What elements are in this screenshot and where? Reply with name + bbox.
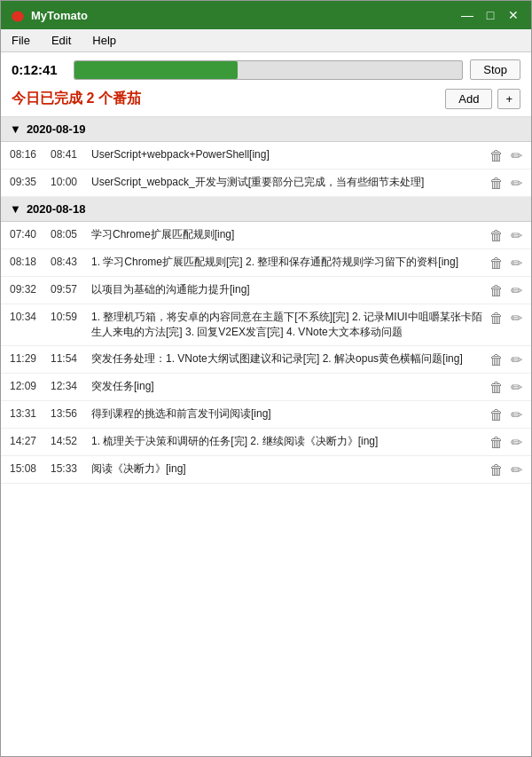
time-start-1-6: 13:31 — [10, 406, 45, 420]
date-header-0[interactable]: ▼2020-08-19 — [1, 117, 531, 142]
table-row: 10:34 10:59 1. 整理机巧箱，将安卓的内容同意在主题下[不系统][完… — [1, 304, 531, 346]
maximize-button[interactable]: □ — [481, 6, 499, 24]
time-end-0-0: 08:41 — [51, 147, 86, 161]
table-row: 15:08 15:33 阅读《决断力》[ing] 🗑 ✏ — [1, 456, 531, 484]
action-icons-0-1: 🗑 ✏ — [489, 175, 522, 191]
status-text: 今日已完成 2 个番茄 — [12, 90, 141, 108]
delete-button-0-0[interactable]: 🗑 — [489, 149, 504, 163]
svg-point-0 — [12, 12, 24, 22]
time-end-1-7: 14:52 — [51, 434, 86, 447]
toolbar: 0:12:41 Stop — [1, 52, 531, 87]
table-row: 14:27 14:52 1. 梳理关于决策和调研的任务[完] 2. 继续阅读《决… — [1, 429, 531, 456]
record-desc-1-7: 1. 梳理关于决策和调研的任务[完] 2. 继续阅读《决断力》[ing] — [91, 434, 484, 449]
table-row: 09:32 09:57 以项目为基础的沟通能力提升[ing] 🗑 ✏ — [1, 277, 531, 304]
delete-button-1-8[interactable]: 🗑 — [489, 463, 504, 477]
edit-button-0-1[interactable]: ✏ — [511, 177, 522, 191]
edit-button-1-3[interactable]: ✏ — [511, 311, 522, 326]
record-desc-1-3: 1. 整理机巧箱，将安卓的内容同意在主题下[不系统][完] 2. 记录MIUI中… — [91, 310, 484, 340]
time-start-1-5: 12:09 — [10, 379, 45, 392]
title-text: MyTomato — [31, 9, 88, 22]
delete-button-0-1[interactable]: 🗑 — [489, 177, 504, 191]
record-desc-1-2: 以项目为基础的沟通能力提升[ing] — [91, 282, 484, 297]
main-window: MyTomato — □ ✕ File Edit Help 0:12:41 St… — [0, 0, 532, 757]
action-icons-1-8: 🗑 ✏ — [489, 461, 522, 477]
time-end-0-1: 10:00 — [51, 175, 86, 188]
edit-button-1-8[interactable]: ✏ — [511, 463, 522, 477]
delete-button-1-7[interactable]: 🗑 — [489, 436, 504, 450]
table-row: 07:40 08:05 学习Chrome扩展匹配规则[ing] 🗑 ✏ — [1, 222, 531, 249]
menu-edit[interactable]: Edit — [48, 32, 74, 49]
minimize-button[interactable]: — — [458, 6, 476, 24]
time-end-1-8: 15:33 — [51, 461, 86, 475]
plus-button[interactable]: + — [497, 89, 520, 109]
time-start-1-2: 09:32 — [10, 282, 45, 296]
table-row: 12:09 12:34 突发任务[ing] 🗑 ✏ — [1, 374, 531, 401]
add-button[interactable]: Add — [445, 89, 492, 109]
time-start-1-0: 07:40 — [10, 227, 45, 241]
stop-button[interactable]: Stop — [470, 59, 520, 80]
action-icons-1-1: 🗑 ✏ — [489, 255, 522, 271]
edit-button-0-0[interactable]: ✏ — [511, 149, 522, 163]
table-row: 09:35 10:00 UserScript_webpack_开发与测试[重要部… — [1, 170, 531, 197]
delete-button-1-3[interactable]: 🗑 — [489, 311, 504, 326]
menu-file[interactable]: File — [8, 32, 34, 49]
edit-button-1-4[interactable]: ✏ — [511, 353, 522, 367]
list-container[interactable]: ▼2020-08-19 08:16 08:41 UserScript+webpa… — [1, 116, 531, 756]
record-desc-1-0: 学习Chrome扩展匹配规则[ing] — [91, 227, 484, 242]
table-row: 13:31 13:56 得到课程的挑选和前言发刊词阅读[ing] 🗑 ✏ — [1, 401, 531, 429]
action-icons-1-2: 🗑 ✏ — [489, 282, 522, 298]
delete-button-1-2[interactable]: 🗑 — [489, 284, 504, 298]
record-desc-1-1: 1. 学习Chrome扩展匹配规则[完] 2. 整理和保存通配符规则学习留下的资… — [91, 255, 484, 270]
date-group-0: ▼2020-08-19 08:16 08:41 UserScript+webpa… — [1, 117, 531, 197]
record-desc-1-5: 突发任务[ing] — [91, 379, 484, 394]
delete-button-1-4[interactable]: 🗑 — [489, 353, 504, 367]
time-start-1-4: 11:29 — [10, 351, 45, 365]
delete-button-1-0[interactable]: 🗑 — [489, 229, 504, 243]
time-display: 0:12:41 — [12, 62, 66, 77]
edit-button-1-6[interactable]: ✏ — [511, 408, 522, 422]
time-start-1-1: 08:18 — [10, 255, 45, 268]
time-end-1-2: 09:57 — [51, 282, 86, 296]
table-row: 11:29 11:54 突发任务处理：1. VNote大纲试图建议和记录[完] … — [1, 346, 531, 374]
date-header-1[interactable]: ▼2020-08-18 — [1, 197, 531, 222]
close-button[interactable]: ✕ — [505, 6, 522, 24]
title-bar: MyTomato — □ ✕ — [1, 1, 531, 29]
delete-button-1-5[interactable]: 🗑 — [489, 381, 504, 395]
date-label-0: 2020-08-19 — [27, 122, 86, 136]
edit-button-1-0[interactable]: ✏ — [511, 229, 522, 243]
table-row: 08:16 08:41 UserScript+webpack+PowerShel… — [1, 142, 531, 170]
record-desc-1-8: 阅读《决断力》[ing] — [91, 461, 484, 477]
edit-button-1-5[interactable]: ✏ — [511, 381, 522, 395]
tomato-icon — [10, 7, 26, 23]
time-end-1-3: 10:59 — [51, 310, 86, 323]
time-start-1-7: 14:27 — [10, 434, 45, 447]
status-bar: 今日已完成 2 个番茄 Add + — [1, 87, 531, 116]
date-header-arrow: ▼ — [10, 202, 21, 216]
table-row: 08:18 08:43 1. 学习Chrome扩展匹配规则[完] 2. 整理和保… — [1, 249, 531, 277]
record-desc-0-1: UserScript_webpack_开发与测试[重要部分已完成，当有些细节未处… — [91, 175, 484, 190]
action-icons-1-7: 🗑 ✏ — [489, 434, 522, 450]
time-end-1-1: 08:43 — [51, 255, 86, 268]
progress-bar-container — [74, 60, 463, 80]
action-icons-1-4: 🗑 ✏ — [489, 351, 522, 367]
action-icons-1-6: 🗑 ✏ — [489, 406, 522, 422]
action-icons-0-0: 🗑 ✏ — [489, 147, 522, 163]
delete-button-1-1[interactable]: 🗑 — [489, 256, 504, 271]
time-start-0-1: 09:35 — [10, 175, 45, 188]
record-desc-1-6: 得到课程的挑选和前言发刊词阅读[ing] — [91, 406, 484, 422]
action-icons-1-5: 🗑 ✏ — [489, 379, 522, 395]
date-header-arrow: ▼ — [10, 122, 21, 136]
delete-button-1-6[interactable]: 🗑 — [489, 408, 504, 422]
action-icons-1-3: 🗑 ✏ — [489, 310, 522, 326]
status-right: Add + — [445, 89, 520, 109]
date-group-1: ▼2020-08-18 07:40 08:05 学习Chrome扩展匹配规则[i… — [1, 197, 531, 484]
time-start-0-0: 08:16 — [10, 147, 45, 161]
edit-button-1-7[interactable]: ✏ — [511, 436, 522, 450]
menu-help[interactable]: Help — [89, 32, 120, 49]
edit-button-1-2[interactable]: ✏ — [511, 284, 522, 298]
time-end-1-0: 08:05 — [51, 227, 86, 241]
progress-bar-fill — [74, 61, 238, 79]
record-desc-1-4: 突发任务处理：1. VNote大纲试图建议和记录[完] 2. 解决opus黄色横… — [91, 351, 484, 367]
edit-button-1-1[interactable]: ✏ — [511, 256, 522, 271]
time-start-1-8: 15:08 — [10, 461, 45, 475]
